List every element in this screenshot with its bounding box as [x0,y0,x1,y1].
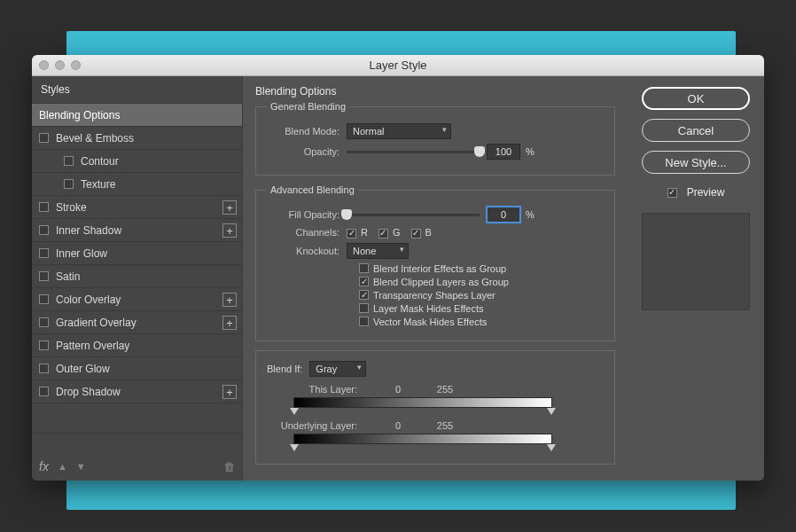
blend-mode-select[interactable]: Normal [347,123,451,139]
sidebar-item-label: Pattern Overlay [56,340,129,352]
up-arrow-icon[interactable]: ▲ [58,461,67,472]
sidebar-item-satin[interactable]: Satin [32,265,242,288]
right-panel: OK Cancel New Style... Preview [628,76,764,481]
trash-icon[interactable]: 🗑 [223,460,235,473]
add-icon[interactable]: + [222,200,237,215]
channels-label: Channels: [267,227,339,238]
transparency-shapes-checkbox[interactable] [359,290,369,300]
checkbox[interactable] [39,317,49,327]
this-layer-gradient[interactable] [293,397,552,408]
sidebar-item-drop-shadow[interactable]: Drop Shadow+ [32,380,242,403]
knockout-select[interactable]: None [347,243,409,259]
down-arrow-icon[interactable]: ▼ [76,461,86,472]
zoom-icon[interactable] [71,60,81,70]
blend-if-select[interactable]: Gray [309,361,366,377]
fx-menu-icon[interactable]: fx [39,459,49,473]
add-icon[interactable]: + [222,223,237,238]
sidebar-item-label: Satin [56,270,80,283]
checkbox[interactable] [64,179,74,189]
sidebar-item-color-overlay[interactable]: Color Overlay+ [32,288,242,311]
underlying-max: 255 [423,420,467,431]
add-icon[interactable]: + [222,385,237,399]
sidebar-item-pattern-overlay[interactable]: Pattern Overlay [32,334,242,357]
sidebar-item-label: Texture [81,178,115,191]
this-layer-max: 255 [423,384,467,395]
sidebar-item-bevel-emboss[interactable]: Bevel & Emboss [32,127,242,150]
checkbox[interactable] [39,294,49,304]
panel-title: Blending Options [255,85,615,98]
checkbox[interactable] [39,133,49,143]
vector-mask-hides-label: Vector Mask Hides Effects [373,317,487,327]
checkbox[interactable] [39,364,49,373]
sidebar-item-blending-options[interactable]: Blending Options [32,104,242,127]
advanced-blending-legend: Advanced Blending [267,184,358,195]
underlying-min: 0 [373,420,423,431]
checkbox[interactable] [39,340,49,350]
sidebar-item-inner-glow[interactable]: Inner Glow [32,242,242,265]
this-layer-label: This Layer: [267,384,357,395]
opacity-label: Opacity: [267,146,339,157]
close-icon[interactable] [39,60,49,70]
sidebar-item-label: Stroke [56,201,87,214]
channel-g-label: G [393,227,401,238]
sidebar-item-outer-glow[interactable]: Outer Glow [32,357,242,380]
channel-b-checkbox[interactable] [411,229,421,239]
this-layer-min: 0 [373,384,423,395]
sidebar-item-gradient-overlay[interactable]: Gradient Overlay+ [32,311,242,334]
layer-mask-hides-checkbox[interactable] [359,303,369,313]
sidebar-item-label: Color Overlay [56,293,121,306]
checkbox[interactable] [39,248,49,258]
ok-button[interactable]: OK [642,87,750,110]
knockout-label: Knockout: [267,246,339,256]
this-layer-white-handle[interactable] [547,408,556,415]
underlying-white-handle[interactable] [547,444,556,451]
fill-opacity-label: Fill Opacity: [267,209,339,220]
sidebar-item-contour[interactable]: Contour [32,150,242,173]
sidebar-item-texture[interactable]: Texture [32,173,242,196]
sidebar-item-label: Outer Glow [56,363,110,375]
layer-mask-hides-label: Layer Mask Hides Effects [373,303,484,314]
sidebar-item-stroke[interactable]: Stroke+ [32,196,242,219]
blend-clipped-checkbox[interactable] [359,277,369,286]
fill-opacity-input[interactable] [487,207,520,223]
checkbox[interactable] [39,387,49,396]
sidebar-item-label: Inner Shadow [56,224,121,237]
blend-clipped-label: Blend Clipped Layers as Group [373,277,509,287]
minimize-icon[interactable] [55,60,65,70]
sidebar-empty [32,403,242,434]
add-icon[interactable]: + [222,316,237,330]
opacity-unit: % [526,146,535,157]
channel-r-checkbox[interactable] [347,229,356,239]
cancel-button[interactable]: Cancel [642,119,750,142]
channel-g-checkbox[interactable] [378,229,388,239]
sidebar-list: Blending Options Bevel & Emboss Contour … [32,104,242,452]
sidebar-item-label: Bevel & Emboss [56,132,134,145]
blend-interior-checkbox[interactable] [359,263,369,273]
fill-opacity-slider[interactable] [347,208,480,221]
sidebar-item-inner-shadow[interactable]: Inner Shadow+ [32,219,242,242]
general-blending-legend: General Blending [267,101,349,112]
preview-checkbox[interactable] [667,188,677,198]
opacity-input[interactable] [487,144,520,160]
channel-b-label: B [425,227,432,238]
channel-r-label: R [361,227,368,238]
preview-label: Preview [687,186,725,199]
underlying-gradient[interactable] [293,434,552,444]
advanced-blending-group: Advanced Blending Fill Opacity: % Channe… [255,184,615,341]
window-title: Layer Style [32,59,764,72]
checkbox[interactable] [39,271,49,281]
transparency-shapes-label: Transparency Shapes Layer [373,290,496,301]
checkbox[interactable] [39,202,49,212]
opacity-slider[interactable] [347,145,480,158]
vector-mask-hides-checkbox[interactable] [359,317,369,326]
underlying-black-handle[interactable] [290,444,299,451]
checkbox[interactable] [39,225,49,235]
new-style-button[interactable]: New Style... [642,151,750,174]
sidebar-header: Styles [32,76,242,104]
layer-style-dialog: Layer Style Styles Blending Options Beve… [32,55,764,481]
blend-if-group: Blend If: Gray This Layer: 0 255 [255,350,615,465]
this-layer-black-handle[interactable] [290,408,299,415]
checkbox[interactable] [64,156,74,166]
add-icon[interactable]: + [222,293,237,307]
window-controls [39,60,81,70]
